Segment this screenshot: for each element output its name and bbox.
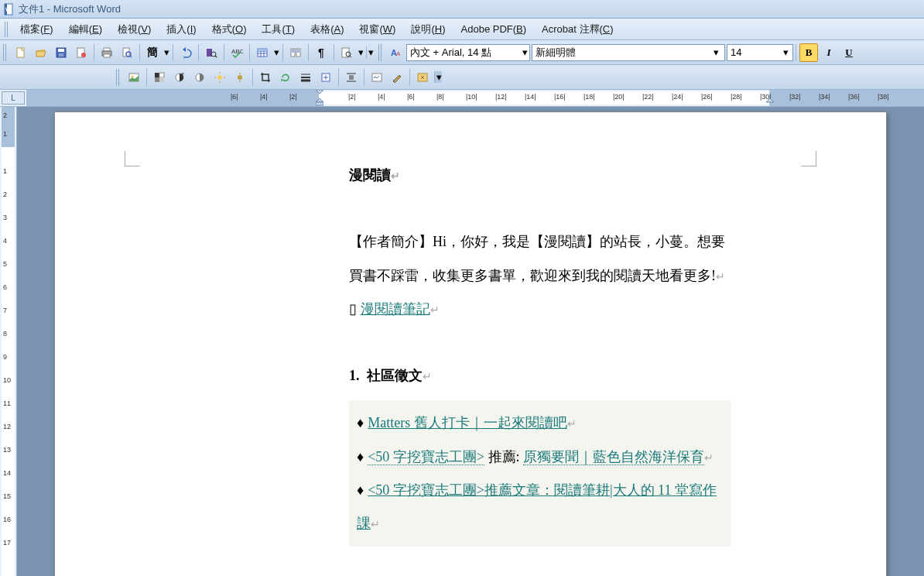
- permissions-button[interactable]: [72, 43, 91, 62]
- svg-point-50: [238, 75, 242, 80]
- undo-button[interactable]: [176, 43, 195, 62]
- toolbar-grip[interactable]: [3, 44, 8, 61]
- doc-heading[interactable]: 1. 社區徵文↵: [349, 359, 731, 393]
- research-button[interactable]: [202, 43, 221, 62]
- svg-rect-5: [58, 49, 64, 52]
- more-brightness-button[interactable]: [210, 68, 229, 87]
- font-input[interactable]: [536, 45, 714, 60]
- svg-rect-24: [258, 49, 267, 51]
- menu-adobe-pdf[interactable]: Adobe PDF(B): [453, 20, 535, 38]
- horizontal-ruler[interactable]: |6| |4| |2| |2| |4| |6| |8| |10| |12| |1…: [26, 90, 924, 106]
- highlighted-box[interactable]: ♦ Matters 舊人打卡｜一起來閱讀吧↵ ♦ <50 字挖寶志工團> 推薦:…: [349, 400, 731, 547]
- styles-button[interactable]: AA: [387, 43, 406, 62]
- print-preview-button[interactable]: [118, 43, 136, 62]
- save-button[interactable]: [52, 43, 70, 62]
- size-combo[interactable]: ▾: [727, 44, 793, 61]
- columns-button[interactable]: [286, 43, 305, 62]
- separator: [224, 44, 224, 61]
- svg-line-14: [130, 56, 132, 57]
- dropdown-icon[interactable]: ▾: [272, 46, 280, 58]
- format-picture-button[interactable]: [368, 68, 386, 87]
- italic-button[interactable]: I: [820, 43, 838, 62]
- menu-tools[interactable]: 工具(T): [254, 19, 303, 39]
- toolbar-grip[interactable]: [5, 22, 9, 37]
- menu-view[interactable]: 檢視(V): [110, 19, 159, 39]
- transparent-button[interactable]: [388, 68, 406, 87]
- menu-edit[interactable]: 編輯(E): [61, 19, 110, 39]
- new-button[interactable]: [12, 43, 30, 62]
- dropdown-icon[interactable]: ▾: [163, 46, 170, 58]
- dropdown-icon[interactable]: ▾: [714, 46, 719, 58]
- compress-button[interactable]: [317, 68, 335, 87]
- separator: [94, 44, 94, 61]
- toolbar-grip[interactable]: [116, 69, 121, 86]
- text-wrap-button[interactable]: [342, 68, 361, 87]
- list-item[interactable]: ♦ <50 字挖寶志工團> 推薦: 原獨要聞｜藍色自然海洋保育↵: [357, 441, 724, 474]
- print-button[interactable]: [98, 43, 116, 62]
- separator: [282, 44, 283, 61]
- table-button[interactable]: [253, 43, 272, 62]
- indent-marker-icon[interactable]: [316, 98, 323, 106]
- separator: [308, 44, 309, 61]
- doc-paragraph[interactable]: 【作者簡介】Hi，你好，我是【漫閱讀】的站長，小蔓。想要買書不踩雷，收集更多書單…: [349, 225, 731, 292]
- toolbar-grip[interactable]: [378, 44, 383, 61]
- list-item[interactable]: ♦ Matters 舊人打卡｜一起來閱讀吧↵: [357, 406, 724, 440]
- link[interactable]: <50 字挖寶志工團>: [368, 449, 484, 465]
- separator: [334, 44, 334, 61]
- separator: [364, 69, 364, 86]
- menu-acrobat[interactable]: Acrobat 注釋(C): [534, 19, 621, 39]
- svg-point-8: [81, 53, 86, 57]
- link[interactable]: 原獨要聞｜藍色自然海洋保育: [523, 449, 704, 465]
- style-input[interactable]: [410, 45, 522, 60]
- vertical-ruler[interactable]: 2 1 1 2 3 4 5 6 7 8 9 10 11 12 13 14 15 …: [0, 107, 17, 576]
- list-item[interactable]: ♦ <50 字挖寶志工團>推薦文章：閱讀筆耕|大人的 11 堂寫作課↵: [357, 474, 724, 540]
- font-combo[interactable]: ▾: [532, 44, 725, 61]
- document-area[interactable]: 漫閱讀↵ 【作者簡介】Hi，你好，我是【漫閱讀】的站長，小蔓。想要買書不踩雷，收…: [17, 107, 924, 576]
- style-combo[interactable]: ▾: [406, 44, 530, 61]
- toolbar-options-icon[interactable]: ▾: [366, 46, 374, 58]
- link[interactable]: <50 字挖寶志工團>推薦文章：閱讀筆耕|大人的 11 堂寫作課: [357, 482, 717, 531]
- svg-rect-57: [349, 75, 354, 80]
- menu-table[interactable]: 表格(A): [303, 19, 351, 39]
- document-content[interactable]: 漫閱讀↵ 【作者簡介】Hi，你好，我是【漫閱讀】的站長，小蔓。想要買書不踩雷，收…: [349, 159, 739, 547]
- doc-paragraph[interactable]: ▯ 漫閱讀筆記↵: [349, 293, 731, 326]
- insert-picture-button[interactable]: [125, 68, 143, 87]
- link[interactable]: 漫閱讀筆記: [361, 301, 430, 317]
- more-contrast-button[interactable]: +: [170, 68, 189, 87]
- dropdown-icon[interactable]: ▾: [783, 46, 789, 58]
- chinese-convert-button[interactable]: 簡: [143, 43, 162, 62]
- menu-bar: 檔案(F) 編輯(E) 檢視(V) 插入(I) 格式(O) 工具(T) 表格(A…: [0, 19, 924, 40]
- dropdown-icon[interactable]: ▾: [357, 46, 364, 58]
- link[interactable]: Matters 舊人打卡｜一起來閱讀吧: [368, 415, 566, 430]
- less-brightness-button[interactable]: [231, 68, 249, 87]
- bold-button[interactable]: B: [799, 43, 818, 62]
- zoom-button[interactable]: [337, 43, 356, 62]
- less-contrast-button[interactable]: [190, 68, 209, 87]
- menu-help[interactable]: 說明(H): [403, 19, 453, 39]
- reset-picture-button[interactable]: [413, 68, 432, 87]
- size-input[interactable]: [731, 45, 783, 60]
- indent-marker-icon[interactable]: [316, 90, 323, 98]
- show-marks-button[interactable]: ¶: [312, 43, 330, 62]
- menu-window[interactable]: 視窗(W): [351, 19, 403, 39]
- line-style-button[interactable]: [296, 68, 315, 87]
- page[interactable]: 漫閱讀↵ 【作者簡介】Hi，你好，我是【漫閱讀】的站長，小蔓。想要買書不踩雷，收…: [54, 111, 887, 576]
- dropdown-icon[interactable]: ▾: [522, 46, 528, 58]
- crop-button[interactable]: [256, 68, 275, 87]
- svg-rect-63: [316, 102, 323, 105]
- open-button[interactable]: [32, 43, 50, 62]
- color-button[interactable]: [150, 68, 169, 87]
- toolbar-options-icon[interactable]: ▾: [434, 71, 442, 83]
- spelling-button[interactable]: ABC: [228, 43, 246, 62]
- menu-insert[interactable]: 插入(I): [159, 19, 204, 39]
- doc-title[interactable]: 漫閱讀↵: [349, 159, 731, 192]
- tab-selector[interactable]: L: [2, 91, 25, 105]
- picture-toolbar: + ▾: [0, 65, 924, 90]
- menu-format[interactable]: 格式(O): [204, 19, 255, 39]
- indent-marker-icon[interactable]: [766, 98, 774, 106]
- menu-file[interactable]: 檔案(F): [12, 19, 61, 39]
- standard-toolbar: 簡 ▾ ABC ▾ ¶ ▾ ▾ AA ▾ ▾ ▾ B I U: [0, 40, 924, 65]
- svg-text:+: +: [181, 71, 184, 77]
- underline-button[interactable]: U: [840, 43, 858, 62]
- rotate-button[interactable]: [276, 68, 295, 87]
